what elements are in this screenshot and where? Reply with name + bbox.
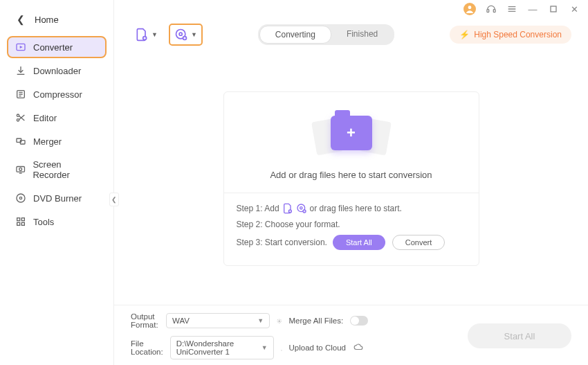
- plus-icon: +: [347, 124, 356, 142]
- scissors-icon: [15, 112, 26, 123]
- svg-rect-16: [487, 10, 489, 12]
- download-icon: [15, 65, 26, 76]
- dropzone-title: Add or drag files here to start conversi…: [270, 170, 432, 180]
- headset-icon[interactable]: [486, 3, 497, 15]
- output-format-select[interactable]: WAV ▼: [166, 313, 270, 328]
- caret-down-icon: ▼: [191, 31, 197, 38]
- merger-icon: [15, 136, 26, 147]
- add-file-icon: [135, 28, 149, 42]
- nav-label: DVD Burner: [33, 193, 82, 204]
- svg-point-27: [279, 321, 280, 322]
- bolt-icon: ⚡: [459, 30, 470, 39]
- svg-rect-7: [17, 167, 25, 172]
- add-disc-mini-icon[interactable]: [296, 203, 307, 214]
- sidebar-item-merger[interactable]: Merger: [7, 130, 107, 152]
- output-format-row: Output Format: WAV ▼: [131, 312, 282, 329]
- close-button[interactable]: ✕: [569, 3, 580, 15]
- sidebar-item-compressor[interactable]: Compressor: [7, 83, 107, 105]
- merge-row: Merge All Files:: [289, 316, 441, 326]
- main-panel: — ✕ ▼ ▼ Converting Finished ⚡ High Speed…: [114, 0, 588, 365]
- high-speed-button[interactable]: ⚡ High Speed Conversion: [450, 26, 571, 44]
- caret-down-icon: ▼: [261, 344, 268, 351]
- upload-label: Upload to Cloud: [289, 344, 346, 352]
- step-2: Step 2: Choose your format.: [237, 220, 466, 229]
- sidebar-item-downloader[interactable]: Downloader: [7, 60, 107, 82]
- converter-icon: [15, 42, 26, 53]
- sidebar-item-editor[interactable]: Editor: [7, 107, 107, 129]
- nav-label: Converter: [33, 42, 73, 53]
- file-location-select[interactable]: D:\Wondershare UniConverter 1 ▼: [170, 336, 274, 359]
- step-3: Step 3: Start conversion. Start All Conv…: [237, 235, 466, 250]
- nav-label: Editor: [33, 113, 57, 123]
- home-link[interactable]: ❮ Home: [0, 10, 113, 36]
- menu-icon[interactable]: [506, 3, 517, 15]
- maximize-button[interactable]: [548, 3, 559, 15]
- start-all-button[interactable]: Start All: [333, 235, 385, 250]
- disc-icon: [15, 193, 26, 204]
- step-1: Step 1: Add or drag files here to start.: [237, 203, 466, 214]
- svg-rect-12: [21, 218, 24, 221]
- home-label: Home: [35, 15, 59, 25]
- svg-marker-1: [20, 46, 23, 48]
- compressor-icon: [15, 89, 26, 100]
- nav-label: Screen Recorder: [33, 159, 98, 180]
- svg-point-8: [19, 168, 22, 170]
- output-format-label: Output Format:: [131, 312, 159, 329]
- sidebar-item-converter[interactable]: Converter: [7, 36, 107, 58]
- file-location-row: File Location: D:\Wondershare UniConvert…: [131, 336, 282, 359]
- merge-label: Merge All Files:: [289, 317, 344, 325]
- cloud-icon[interactable]: [353, 342, 364, 354]
- avatar[interactable]: [463, 3, 476, 15]
- sidebar-item-screen-recorder[interactable]: Screen Recorder: [7, 154, 107, 186]
- convert-button[interactable]: Convert: [392, 235, 445, 250]
- add-file-button[interactable]: ▼: [131, 25, 162, 44]
- svg-point-10: [19, 197, 21, 199]
- add-from-device-button[interactable]: ▼: [169, 24, 203, 46]
- caret-down-icon: ▼: [257, 317, 264, 324]
- record-icon: [15, 164, 26, 175]
- sidebar-item-tools[interactable]: Tools: [7, 211, 107, 233]
- svg-point-25: [300, 207, 302, 209]
- svg-rect-17: [493, 10, 495, 12]
- content-area: + Add or drag files here to start conver…: [114, 53, 588, 305]
- caret-down-icon: ▼: [151, 31, 158, 38]
- dropzone[interactable]: + Add or drag files here to start conver…: [223, 91, 479, 266]
- add-file-mini-icon[interactable]: [282, 203, 293, 214]
- minimize-button[interactable]: —: [527, 3, 538, 15]
- file-location-label: File Location:: [131, 339, 163, 356]
- svg-rect-14: [21, 222, 24, 225]
- sidebar: ❮ Home Converter Downloader Compressor E…: [0, 0, 114, 365]
- toolbar: ▼ ▼ Converting Finished ⚡ High Speed Con…: [114, 18, 588, 53]
- tab-converting[interactable]: Converting: [259, 26, 331, 44]
- gear-icon[interactable]: [277, 316, 282, 326]
- grid-icon: [15, 216, 26, 227]
- start-all-main-button[interactable]: Start All: [468, 323, 571, 348]
- nav-label: Tools: [33, 217, 54, 227]
- merge-toggle[interactable]: [350, 316, 368, 326]
- dropzone-top: + Add or drag files here to start conver…: [224, 92, 479, 193]
- svg-point-21: [179, 33, 182, 35]
- nav-label: Merger: [33, 136, 62, 147]
- folder-open-icon[interactable]: [281, 343, 282, 353]
- title-bar: — ✕: [114, 0, 588, 18]
- svg-rect-18: [551, 6, 556, 12]
- upload-row: Upload to Cloud: [289, 342, 441, 354]
- nav-list: Converter Downloader Compressor Editor M…: [0, 36, 113, 233]
- dropzone-steps: Step 1: Add or drag files here to start.…: [224, 193, 479, 265]
- chevron-left-icon: ❮: [17, 14, 25, 25]
- svg-rect-11: [17, 218, 20, 221]
- folder-illustration: +: [310, 107, 393, 163]
- svg-point-9: [17, 194, 25, 202]
- bottom-bar: Output Format: WAV ▼ Merge All Files: St…: [114, 305, 588, 365]
- tab-finished[interactable]: Finished: [331, 26, 393, 44]
- nav-label: Downloader: [33, 66, 81, 76]
- status-tabs: Converting Finished: [258, 24, 394, 45]
- sidebar-item-dvd-burner[interactable]: DVD Burner: [7, 187, 107, 209]
- svg-point-15: [468, 6, 472, 9]
- nav-label: Compressor: [33, 89, 82, 100]
- add-disc-icon: [174, 28, 188, 42]
- high-speed-label: High Speed Conversion: [474, 30, 562, 39]
- svg-rect-13: [17, 222, 20, 225]
- sidebar-collapse-button[interactable]: ❮: [109, 193, 119, 206]
